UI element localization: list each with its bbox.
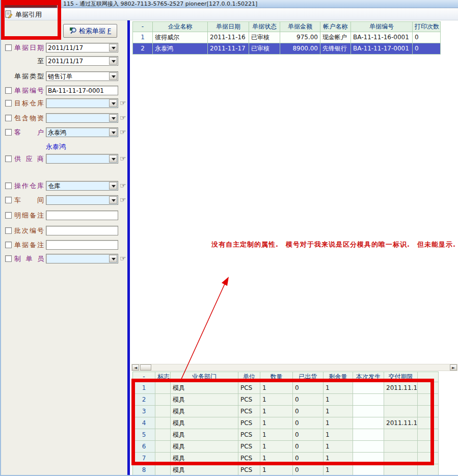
scroll-right-button[interactable]: ►: [450, 364, 457, 371]
column-header[interactable]: 企业名称: [153, 22, 208, 32]
column-header[interactable]: [418, 372, 439, 382]
chevron-down-icon[interactable]: [109, 72, 117, 80]
combo-box[interactable]: 2011/11/17: [46, 56, 118, 66]
checkbox-3[interactable]: [5, 87, 12, 94]
column-header[interactable]: 打印次数: [413, 22, 441, 32]
text-field[interactable]: [46, 226, 118, 235]
combo-value[interactable]: 销售订单: [48, 72, 109, 81]
combo-box[interactable]: [46, 113, 118, 123]
column-header[interactable]: 业务部门: [171, 372, 238, 382]
chevron-down-icon[interactable]: [109, 182, 117, 190]
text-input[interactable]: [46, 226, 118, 235]
scrollbar-thumb[interactable]: [140, 364, 151, 371]
search-documents-button[interactable]: 检索单据 F: [63, 24, 117, 38]
table-cell: 彼得威尔: [153, 32, 208, 43]
table-row[interactable]: 4模具PCS1012011.11.1: [133, 417, 439, 429]
pointing-hand-icon[interactable]: ☞: [120, 128, 126, 137]
table-cell: [353, 441, 384, 453]
filter-row-4: 目标仓库☞: [1, 98, 127, 108]
column-header[interactable]: 数量: [260, 372, 293, 382]
table-row[interactable]: 1模具PCS1012011.11.1: [133, 382, 439, 394]
chevron-down-icon[interactable]: [109, 155, 117, 163]
combo-box[interactable]: [46, 154, 118, 164]
table-cell: 5: [133, 429, 155, 441]
pointing-hand-icon[interactable]: ☞: [120, 181, 126, 190]
pointing-hand-icon[interactable]: ☞: [120, 254, 126, 263]
text-field[interactable]: [46, 240, 118, 250]
column-header[interactable]: 交付期限: [384, 372, 418, 382]
column-header[interactable]: 标志: [155, 372, 171, 382]
column-header[interactable]: -: [133, 372, 155, 382]
column-header[interactable]: -: [133, 22, 153, 32]
table-row[interactable]: 2模具PCS101: [133, 394, 439, 406]
table-row[interactable]: 8模具PCS101: [133, 464, 439, 475]
combo-box[interactable]: 2011/11/17: [46, 43, 118, 52]
checkbox-4[interactable]: [5, 100, 12, 107]
table-cell: 1: [133, 32, 153, 43]
chevron-down-icon[interactable]: [109, 99, 117, 107]
column-header[interactable]: 本次发生: [353, 372, 384, 382]
document-pen-icon: [5, 10, 13, 20]
pointing-hand-icon[interactable]: ☞: [120, 114, 126, 122]
documents-table: -企业名称单据日期单据状态单据金额帐户名称单据编号打印次数1彼得威尔2011-1…: [132, 21, 441, 55]
text-input[interactable]: [46, 211, 118, 220]
combo-box[interactable]: 销售订单: [46, 71, 118, 81]
table-row[interactable]: 1彼得威尔2011-11-16已审核975.00现金帐户BA-11-11-16-…: [133, 32, 441, 43]
checkbox-10[interactable]: [5, 212, 12, 219]
annotation-note: 没有自主定制的属性. 模号对于我来说是区分模具的唯一标识. 但未能显示.: [211, 240, 456, 249]
chevron-down-icon[interactable]: [109, 255, 117, 262]
column-header[interactable]: 剩余量: [324, 372, 353, 382]
combo-box[interactable]: [46, 98, 118, 108]
column-header[interactable]: 已出货: [293, 372, 324, 382]
combo-box[interactable]: [46, 254, 118, 263]
table-row[interactable]: 7模具PCS101: [133, 453, 439, 464]
pointing-hand-icon[interactable]: ☞: [120, 196, 126, 204]
combo-box[interactable]: 仓库: [46, 181, 118, 191]
combo-box[interactable]: 永泰鸿: [46, 127, 118, 137]
scroll-left-button[interactable]: ◄: [132, 364, 139, 371]
column-header[interactable]: 帐户名称: [320, 22, 351, 32]
table-cell: [155, 441, 171, 453]
column-header[interactable]: 单据编号: [351, 22, 413, 32]
text-field[interactable]: [46, 210, 118, 220]
combo-value[interactable]: 2011/11/17: [48, 57, 109, 65]
checkbox-9[interactable]: [5, 197, 12, 203]
column-header[interactable]: 单位: [238, 372, 260, 382]
checkbox-7[interactable]: [5, 155, 12, 162]
chevron-down-icon[interactable]: [109, 57, 117, 65]
filter-row-5: 包含物资☞: [1, 113, 127, 123]
chevron-down-icon[interactable]: [109, 114, 117, 122]
column-header[interactable]: 单据状态: [249, 22, 280, 32]
field-label: 单据类型: [14, 72, 44, 81]
column-header[interactable]: 单据金额: [280, 22, 320, 32]
chevron-down-icon[interactable]: [109, 196, 117, 204]
text-field[interactable]: [46, 86, 118, 95]
checkbox-6[interactable]: [5, 129, 12, 136]
combo-value[interactable]: 2011/11/17: [48, 44, 109, 52]
table-row[interactable]: 6模具PCS101: [133, 441, 439, 453]
checkbox-5[interactable]: [5, 115, 12, 121]
chevron-down-icon[interactable]: [109, 128, 117, 136]
column-header[interactable]: 单据日期: [208, 22, 249, 32]
combo-box[interactable]: [46, 195, 118, 205]
checkbox-0[interactable]: [5, 44, 12, 51]
table-row[interactable]: 5模具PCS101: [133, 429, 439, 441]
text-input[interactable]: [46, 241, 118, 249]
field-label: 制 单 员: [14, 254, 44, 263]
pointing-hand-icon[interactable]: ☞: [120, 99, 126, 108]
pointing-hand-icon[interactable]: ☞: [120, 154, 126, 163]
text-input[interactable]: [46, 86, 118, 95]
table-cell: 模具: [171, 406, 238, 417]
combo-value[interactable]: 仓库: [48, 182, 109, 190]
checkbox-13[interactable]: [5, 255, 12, 262]
field-label: 包含物资: [14, 114, 44, 123]
table-row[interactable]: 3模具PCS101: [133, 406, 439, 417]
horizontal-scrollbar[interactable]: ◄ ►: [131, 364, 457, 371]
checkbox-8[interactable]: [5, 182, 12, 189]
checkbox-12[interactable]: [5, 242, 12, 248]
combo-value[interactable]: 永泰鸿: [48, 128, 109, 137]
table-row[interactable]: 2永泰鸿2011-11-17已审核8900.00先锋银行BA-11-11-17-…: [133, 43, 441, 55]
chevron-down-icon[interactable]: [109, 44, 117, 51]
checkbox-11[interactable]: [5, 227, 12, 234]
table-cell: [384, 453, 418, 464]
